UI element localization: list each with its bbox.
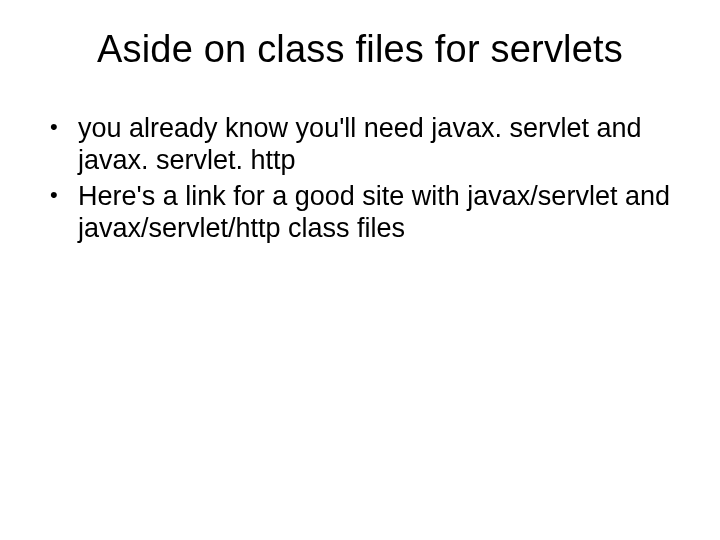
slide-title: Aside on class files for servlets (38, 28, 682, 71)
bullet-item: Here's a link for a good site with javax… (44, 181, 682, 245)
bullet-item: you already know you'll need javax. serv… (44, 113, 682, 177)
slide: Aside on class files for servlets you al… (0, 0, 720, 540)
bullet-list: you already know you'll need javax. serv… (38, 113, 682, 244)
